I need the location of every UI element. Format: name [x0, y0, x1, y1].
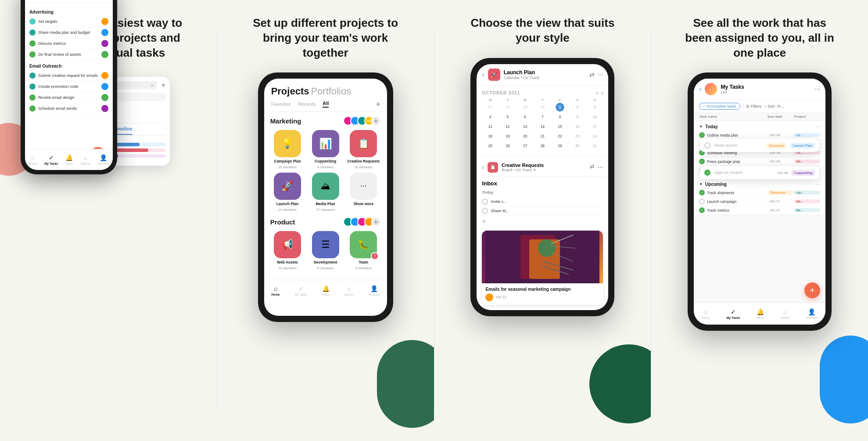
p2-nav-account[interactable]: 👤 Account	[369, 285, 380, 296]
task-row-share-media[interactable]: Share media plan and budget	[29, 27, 108, 38]
p2-tab-recents[interactable]: Recents	[298, 101, 316, 107]
cal-day-25[interactable]: 25	[486, 141, 495, 150]
p3-more-icon[interactable]: ···	[597, 71, 603, 79]
cal-day-1-today[interactable]: 1	[556, 103, 564, 112]
cal-day-13[interactable]: 13	[521, 122, 530, 131]
p3-email-card[interactable]: Emails for seasonal marketing campaign O…	[482, 231, 603, 305]
p2-tab-favorites[interactable]: Favorites	[271, 101, 291, 107]
p1-nav-inbox[interactable]: 🔔 Inbox	[65, 154, 73, 165]
p4-nav-search[interactable]: ⌕ Search	[780, 308, 790, 319]
p1-nav-home[interactable]: ⌂ Home	[29, 154, 37, 165]
p2-nav-home[interactable]: ⌂ Home	[271, 285, 280, 296]
cal-day-18[interactable]: 18	[486, 132, 495, 141]
task-row-schedule-emails[interactable]: Schedule email sends	[29, 103, 108, 114]
add-member-btn[interactable]: +	[371, 116, 381, 126]
cal-day-31[interactable]: 31	[591, 141, 599, 150]
task-row-final-review[interactable]: Do final review of assets	[29, 49, 108, 60]
cal-day-11[interactable]: 11	[486, 122, 495, 131]
p4-sort-btn[interactable]: ↕ Sort	[764, 104, 775, 108]
cal-day-23[interactable]: 23	[573, 132, 582, 141]
task-row-review-email[interactable]: Review email design	[29, 92, 108, 103]
cal-day-20[interactable]: 20	[521, 132, 530, 141]
cal-day-29b[interactable]: 29	[556, 141, 564, 150]
cal-day-2[interactable]: 2	[573, 103, 582, 112]
project-card-more[interactable]: ··· Show more	[346, 173, 381, 212]
p4-upcoming-dots[interactable]: ···	[816, 181, 820, 187]
p2-nav-mytasks[interactable]: ✓ My Tasks	[294, 285, 307, 296]
cal-day-30[interactable]: 30	[573, 141, 582, 150]
browser-new-tab[interactable]: +	[161, 81, 165, 89]
p4-filters-btn[interactable]: ⊟ Filters	[746, 104, 762, 108]
p3-cal-next[interactable]: ›	[601, 90, 603, 96]
project-card-media[interactable]: ⛰ Media Plan 17 members	[308, 173, 343, 212]
cal-day-26[interactable]: 26	[503, 141, 512, 150]
p4-task-outline-media[interactable]: Outline media plan Oct 26 Ca...	[699, 131, 820, 140]
p4-share-assets-popup[interactable]: Share assets Tomorrow Launch Plan	[700, 139, 819, 152]
p4-incomplete-chip[interactable]: ○ Incomplete tasks	[699, 103, 740, 110]
p3-inbox-item-2[interactable]: Share M...	[482, 206, 603, 216]
cal-day-8[interactable]: 8	[556, 112, 564, 121]
p4-task-track-metrics[interactable]: Track metrics Oct 27 Me...	[699, 206, 820, 215]
cal-day-10[interactable]: 10	[591, 112, 599, 121]
p4-task-track-shipments[interactable]: Track shipments Tomorrow Lau...	[699, 188, 820, 197]
cal-day-17[interactable]: 17	[591, 122, 599, 131]
cal-day-28[interactable]: 28	[503, 103, 512, 112]
p3-creative-more[interactable]: ···	[597, 163, 603, 171]
cal-day-27[interactable]: 27	[486, 103, 495, 112]
cal-day-3[interactable]: 3	[591, 103, 599, 112]
task-row-set-targets[interactable]: Set targets	[29, 16, 108, 27]
p4-fab-button[interactable]: +	[804, 282, 820, 298]
cal-day-27b[interactable]: 27	[521, 141, 530, 150]
cal-day-15[interactable]: 15	[556, 122, 564, 131]
cal-day-14[interactable]: 14	[538, 122, 547, 131]
p4-nav-mytasks[interactable]: ✓ My Tasks	[727, 308, 740, 319]
p4-task-launch-campaign[interactable]: Launch campaign Oct 27 We...	[699, 197, 820, 206]
browser-tab-close[interactable]: ×	[151, 83, 154, 88]
project-card-campaign[interactable]: 💡 Campaign Plan 23 members	[270, 130, 305, 169]
cal-day-5[interactable]: 5	[503, 112, 512, 121]
cal-day-9[interactable]: 9	[573, 112, 582, 121]
p3-creative-filter[interactable]: ⇄	[590, 163, 595, 171]
p1-nav-mytasks[interactable]: ✓ My Tasks	[44, 154, 58, 165]
project-card-development[interactable]: ☰ Development 9 members	[308, 231, 343, 270]
cal-day-28b[interactable]: 28	[538, 141, 547, 150]
task-row-discuss-metrics[interactable]: Discuss metrics	[29, 38, 108, 49]
project-card-launch[interactable]: 🚀 Launch Plan 12 members	[270, 173, 305, 212]
cal-day-29[interactable]: 29	[521, 103, 530, 112]
cal-day-21[interactable]: 21	[538, 132, 547, 141]
p4-nav-home[interactable]: ⌂ Home	[702, 308, 710, 319]
cal-day-4[interactable]: 4	[486, 112, 495, 121]
add-product-member-btn[interactable]: +	[371, 217, 381, 227]
project-card-team[interactable]: 🐛 ! Team 5 members	[346, 231, 381, 270]
task-row-submit-creative[interactable]: Submit creative request for emails	[29, 70, 108, 81]
p4-more-icon[interactable]: ···	[814, 85, 820, 93]
p2-nav-inbox[interactable]: 🔔 Inbox	[322, 285, 330, 296]
project-card-webassets[interactable]: 📢 Web Assets 15 members	[270, 231, 305, 270]
cal-day-22[interactable]: 22	[556, 132, 564, 141]
cal-day-24[interactable]: 24	[591, 132, 599, 141]
p3-inbox-item-1[interactable]: Invite c...	[482, 197, 603, 206]
p2-nav-search[interactable]: ⌕ Search	[344, 285, 354, 296]
p4-fi-btn[interactable]: Fi...	[778, 104, 784, 108]
cal-day-6[interactable]: 6	[521, 112, 530, 121]
p4-nav-inbox[interactable]: 🔔 Inbox	[757, 308, 764, 319]
filter-list-icon[interactable]: ≡	[376, 101, 380, 108]
p3-filter-icon[interactable]: ⇄	[589, 71, 595, 78]
p2-tab-all[interactable]: All	[323, 101, 329, 108]
p4-task-press-package[interactable]: Press package prep Oct 26 We...	[699, 157, 820, 166]
task-row-promo-code[interactable]: Create promotion code	[29, 81, 108, 92]
p1-nav-search[interactable]: ⌕ Search	[81, 154, 90, 165]
cal-day-16[interactable]: 16	[573, 122, 582, 131]
p4-nav-account[interactable]: 👤 Account	[806, 308, 817, 319]
p3-secondary-back[interactable]: ‹	[482, 164, 484, 171]
p4-align-popup[interactable]: ✓ Align on content Oct 26 Copywriting	[700, 166, 819, 179]
p3-add-task[interactable]: +	[482, 216, 603, 227]
p4-today-dots[interactable]: ···	[816, 123, 820, 130]
p4-back-icon[interactable]: ‹	[699, 85, 701, 93]
project-card-creative[interactable]: 📋 Creative Requests 15 members	[346, 130, 381, 169]
cal-day-7[interactable]: 7	[538, 112, 547, 121]
p3-back-icon[interactable]: ‹	[482, 71, 484, 79]
p1-nav-account[interactable]: 👤 Account	[98, 154, 109, 165]
cal-day-12[interactable]: 12	[503, 122, 512, 131]
cal-day-19[interactable]: 19	[503, 132, 512, 141]
